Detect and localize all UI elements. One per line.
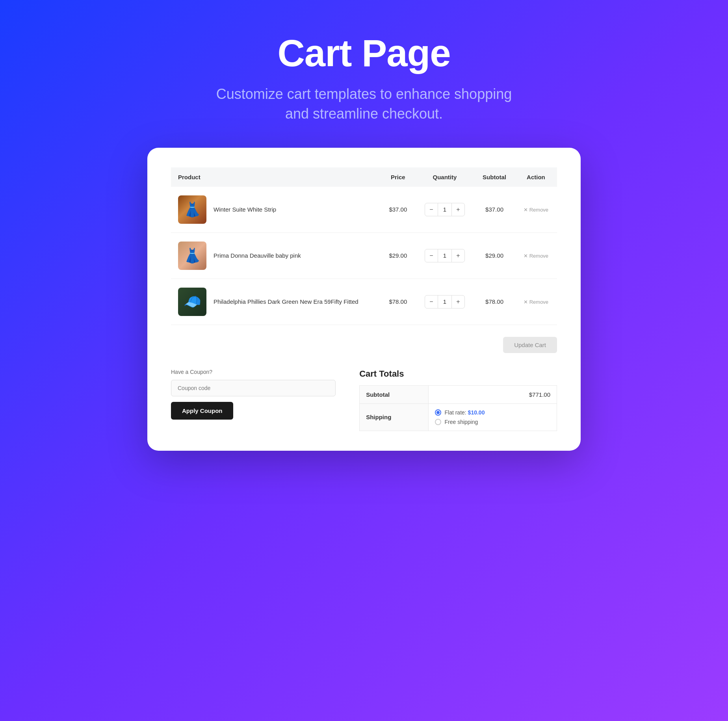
qty-increase-2[interactable]: + — [452, 295, 464, 308]
x-icon-0: ✕ — [524, 207, 528, 213]
product-cell-inner: Philadelphia Phillies Dark Green New Era… — [178, 288, 373, 316]
remove-label-1: Remove — [529, 253, 548, 259]
shipping-flat-label: Flat rate: $10.00 — [444, 409, 485, 416]
totals-shipping-row: Shipping Flat rate: $10.00 Free shipping — [360, 403, 557, 431]
radio-free-unselected — [435, 419, 441, 425]
product-image-2 — [178, 288, 206, 316]
remove-button-0[interactable]: ✕ Remove — [524, 207, 548, 213]
coupon-input[interactable] — [171, 380, 336, 396]
quantity-cell-0: − 1 + — [416, 187, 474, 233]
cart-bottom: Have a Coupon? Apply Coupon Cart Totals … — [171, 369, 557, 431]
product-name-1: Prima Donna Deauville baby pink — [214, 252, 301, 259]
remove-label-0: Remove — [529, 207, 548, 213]
table-row: Philadelphia Phillies Dark Green New Era… — [171, 279, 557, 325]
page-title: Cart Page — [216, 32, 512, 75]
totals-subtotal-row: Subtotal $771.00 — [360, 385, 557, 403]
subtotal-cell-1: $29.00 — [474, 232, 515, 279]
apply-coupon-button[interactable]: Apply Coupon — [171, 402, 233, 420]
product-cell-1: Prima Donna Deauville baby pink — [171, 232, 381, 279]
update-cart-row: Update Cart — [171, 337, 557, 353]
subtotal-label: Subtotal — [360, 385, 429, 403]
cart-totals-title: Cart Totals — [359, 369, 557, 379]
product-cell-inner: Prima Donna Deauville baby pink — [178, 242, 373, 270]
product-name-2: Philadelphia Phillies Dark Green New Era… — [214, 298, 358, 305]
shipping-option-free[interactable]: Free shipping — [435, 419, 550, 425]
coupon-section: Have a Coupon? Apply Coupon — [171, 369, 336, 420]
cart-container: Product Price Quantity Subtotal Action W… — [147, 148, 581, 451]
subtotal-value: $771.00 — [429, 385, 557, 403]
col-header-action: Action — [515, 167, 557, 187]
quantity-control-1: − 1 + — [425, 249, 465, 262]
shipping-option-flat[interactable]: Flat rate: $10.00 — [435, 409, 550, 416]
action-cell-1: ✕ Remove — [515, 232, 557, 279]
qty-value-1: 1 — [438, 249, 452, 262]
qty-decrease-2[interactable]: − — [425, 295, 438, 308]
col-header-price: Price — [381, 167, 415, 187]
qty-decrease-0[interactable]: − — [425, 203, 438, 216]
shipping-options-list: Flat rate: $10.00 Free shipping — [435, 409, 550, 425]
subtotal-cell-2: $78.00 — [474, 279, 515, 325]
product-image-0 — [178, 195, 206, 224]
qty-value-2: 1 — [438, 295, 452, 308]
x-icon-2: ✕ — [524, 299, 528, 305]
quantity-control-0: − 1 + — [425, 203, 465, 216]
price-cell-0: $37.00 — [381, 187, 415, 233]
table-header-row: Product Price Quantity Subtotal Action — [171, 167, 557, 187]
update-cart-button[interactable]: Update Cart — [503, 337, 557, 353]
col-header-quantity: Quantity — [416, 167, 474, 187]
qty-value-0: 1 — [438, 203, 452, 216]
action-cell-2: ✕ Remove — [515, 279, 557, 325]
table-row: Winter Suite White Strip $37.00 − 1 + $3… — [171, 187, 557, 233]
qty-increase-1[interactable]: + — [452, 249, 464, 262]
remove-button-2[interactable]: ✕ Remove — [524, 299, 548, 305]
coupon-label: Have a Coupon? — [171, 369, 336, 375]
totals-table: Subtotal $771.00 Shipping Flat rate: $10… — [359, 385, 557, 431]
quantity-control-2: − 1 + — [425, 295, 465, 308]
radio-flat-selected — [435, 409, 441, 416]
shipping-free-label: Free shipping — [444, 419, 478, 425]
cart-totals-section: Cart Totals Subtotal $771.00 Shipping — [359, 369, 557, 431]
page-header: Cart Page Customize cart templates to en… — [216, 32, 512, 124]
cart-table: Product Price Quantity Subtotal Action W… — [171, 167, 557, 325]
shipping-flat-price: $10.00 — [468, 409, 485, 416]
product-image-1 — [178, 242, 206, 270]
col-header-subtotal: Subtotal — [474, 167, 515, 187]
price-cell-2: $78.00 — [381, 279, 415, 325]
table-row: Prima Donna Deauville baby pink $29.00 −… — [171, 232, 557, 279]
shipping-label: Shipping — [360, 403, 429, 431]
product-cell-0: Winter Suite White Strip — [171, 187, 381, 233]
product-cell-inner: Winter Suite White Strip — [178, 195, 373, 224]
x-icon-1: ✕ — [524, 253, 528, 259]
action-cell-0: ✕ Remove — [515, 187, 557, 233]
product-cell-2: Philadelphia Phillies Dark Green New Era… — [171, 279, 381, 325]
shipping-options: Flat rate: $10.00 Free shipping — [429, 403, 557, 431]
remove-button-1[interactable]: ✕ Remove — [524, 253, 548, 259]
remove-label-2: Remove — [529, 299, 548, 305]
quantity-cell-1: − 1 + — [416, 232, 474, 279]
price-cell-1: $29.00 — [381, 232, 415, 279]
product-name-0: Winter Suite White Strip — [214, 206, 276, 213]
quantity-cell-2: − 1 + — [416, 279, 474, 325]
qty-decrease-1[interactable]: − — [425, 249, 438, 262]
col-header-product: Product — [171, 167, 381, 187]
qty-increase-0[interactable]: + — [452, 203, 464, 216]
subtotal-cell-0: $37.00 — [474, 187, 515, 233]
page-subtitle: Customize cart templates to enhance shop… — [216, 84, 512, 124]
